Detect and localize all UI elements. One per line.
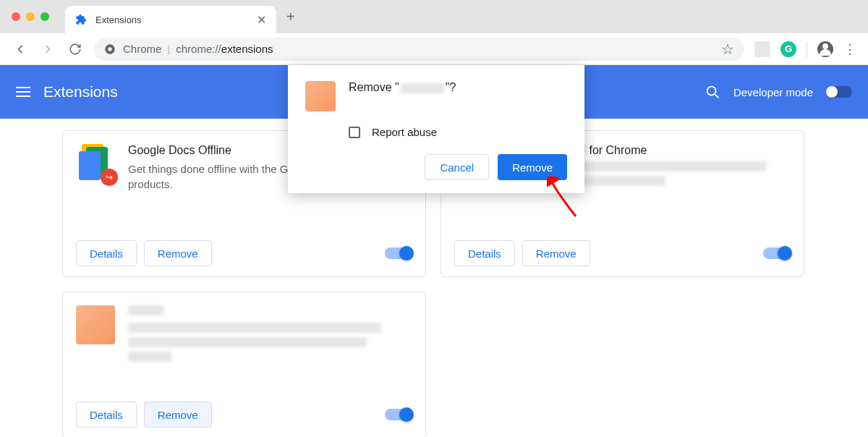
extension-puzzle-icon <box>75 14 87 25</box>
extension-card: Details Remove <box>62 292 426 437</box>
extension-name-suffix: for Chrome <box>586 144 647 156</box>
extension-action-1[interactable] <box>754 41 770 57</box>
dialog-cancel-button[interactable]: Cancel <box>425 154 489 180</box>
window-titlebar: Extensions ✕ + <box>0 0 868 33</box>
remove-button[interactable]: Remove <box>522 240 590 266</box>
url-divider: | <box>167 43 170 55</box>
remove-button[interactable]: Remove <box>144 402 212 428</box>
minimize-window-button[interactable] <box>26 12 35 21</box>
svg-point-1 <box>108 47 111 51</box>
remove-button[interactable]: Remove <box>144 240 212 266</box>
developer-mode-toggle[interactable] <box>826 86 852 98</box>
url-host: extensions <box>221 43 273 55</box>
tab-title: Extensions <box>95 14 248 25</box>
browser-toolbar: Chrome | chrome://extensions ☆ G ⋮ <box>0 33 868 65</box>
dialog-title-suffix: "? <box>446 81 456 93</box>
remove-extension-dialog: Remove ""? Report abuse Cancel Remove <box>288 65 584 193</box>
browser-tab[interactable]: Extensions ✕ <box>65 6 276 33</box>
dialog-extension-name-redacted <box>401 83 444 93</box>
tab-close-button[interactable]: ✕ <box>257 13 266 27</box>
new-tab-button[interactable]: + <box>286 9 295 25</box>
url-text: Chrome | chrome://extensions <box>123 43 273 55</box>
toolbar-right: G ⋮ <box>754 41 856 57</box>
google-docs-offline-icon: ↪ <box>76 144 115 183</box>
enable-toggle[interactable] <box>763 247 791 259</box>
page-title: Extensions <box>43 83 118 101</box>
reload-button[interactable] <box>67 41 84 58</box>
developer-mode-label: Developer mode <box>733 86 813 98</box>
address-bar[interactable]: Chrome | chrome://extensions ☆ <box>94 38 744 61</box>
dialog-remove-button[interactable]: Remove <box>498 154 567 180</box>
grammarly-extension-icon[interactable]: G <box>780 41 796 57</box>
report-abuse-checkbox[interactable] <box>349 127 360 138</box>
toolbar-divider <box>807 41 807 57</box>
report-abuse-label: Report abuse <box>372 126 437 138</box>
profile-avatar-icon[interactable] <box>817 41 833 57</box>
extension-description <box>128 323 412 362</box>
bookmark-star-icon[interactable]: ☆ <box>721 41 734 58</box>
dialog-title-prefix: Remove " <box>349 81 399 93</box>
extension-name <box>128 305 412 318</box>
details-button[interactable]: Details <box>76 402 137 428</box>
back-button[interactable] <box>12 41 29 58</box>
url-path: chrome:// <box>176 43 221 55</box>
dialog-title: Remove ""? <box>349 81 456 94</box>
search-icon[interactable] <box>705 84 720 100</box>
site-info-icon[interactable] <box>104 43 116 55</box>
details-button[interactable]: Details <box>76 240 137 266</box>
details-button[interactable]: Details <box>454 240 515 266</box>
traffic-lights <box>12 12 49 21</box>
url-scheme: Chrome <box>123 43 161 55</box>
dialog-extension-icon <box>305 81 336 111</box>
close-window-button[interactable] <box>12 12 20 21</box>
enable-toggle[interactable] <box>385 409 412 420</box>
enable-toggle[interactable] <box>385 247 412 259</box>
hamburger-menu-button[interactable] <box>16 87 30 97</box>
extension-icon <box>76 305 115 344</box>
maximize-window-button[interactable] <box>41 12 49 21</box>
chrome-menu-button[interactable]: ⋮ <box>843 41 856 57</box>
forward-button[interactable] <box>39 41 56 58</box>
svg-point-2 <box>707 87 716 96</box>
